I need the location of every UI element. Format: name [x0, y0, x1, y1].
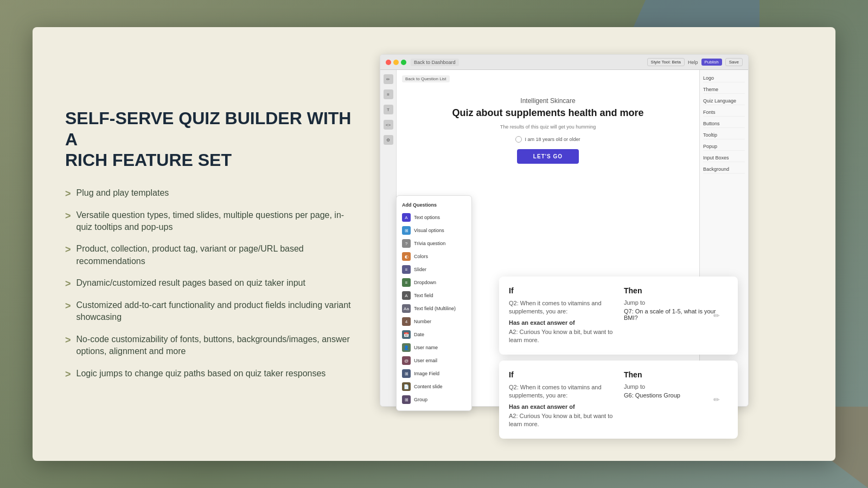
chevron-icon-7: >	[65, 369, 71, 380]
edit-logic-icon-2[interactable]: ✏	[713, 395, 720, 404]
aq-user-name[interactable]: 👤 User name	[397, 341, 471, 354]
feature-text-7: Logic jumps to change quiz paths based o…	[76, 368, 326, 380]
window-controls	[386, 60, 406, 65]
feature-item-6: > No-code customizability of fonts, butt…	[65, 333, 358, 358]
aq-text-field-multiline[interactable]: Aa Text field (Multiline)	[397, 302, 471, 315]
text-field-label: Text field	[414, 293, 433, 298]
aq-colors[interactable]: ◐ Colors	[397, 250, 471, 263]
style-logo[interactable]: Logo	[703, 74, 745, 82]
style-panel: Logo Theme Quiz Language Fonts Buttons T…	[699, 70, 748, 406]
aq-user-email[interactable]: @ User email	[397, 354, 471, 367]
age-checkbox[interactable]	[515, 136, 522, 143]
aq-dropdown[interactable]: ≡ Dropdown	[397, 276, 471, 289]
maximize-btn[interactable]	[401, 60, 406, 65]
exact-answer-label-2: Has an exact answer of	[509, 403, 613, 410]
content-slide-icon: 📄	[402, 382, 411, 391]
lets-go-button[interactable]: LET'S GO	[517, 149, 579, 164]
style-buttons[interactable]: Buttons	[703, 120, 745, 128]
aq-date[interactable]: 📅 Date	[397, 328, 471, 341]
chevron-icon-5: >	[65, 300, 71, 312]
aq-image-field[interactable]: ⊞ Image Field	[397, 367, 471, 380]
code-icon[interactable]: <>	[384, 120, 393, 130]
feature-item-5: > Customized add-to-cart functionality a…	[65, 299, 358, 324]
logic-then-col-2: Then Jump to G6: Questions Group ✏	[624, 370, 728, 429]
feature-text-3: Product, collection, product tag, varian…	[76, 243, 358, 267]
aq-content-slide[interactable]: 📄 Content slide	[397, 380, 471, 393]
group-icon: ⊞	[402, 395, 411, 404]
then-label-1: Then	[624, 286, 728, 295]
logic-row-2: If Q2: When it comes to vitamins and sup…	[509, 370, 728, 429]
left-panel: SELF-SERVE QUIZ BUILDER WITH A RICH FEAT…	[54, 54, 358, 434]
help-link[interactable]: Help	[688, 60, 698, 65]
back-to-dashboard-link[interactable]: Back to Dashboard	[411, 59, 459, 66]
side-icon-bar: ✏ ≡ T <> ⚙	[380, 70, 397, 406]
logic-if-col-1: If Q2: When it comes to vitamins and sup…	[509, 286, 613, 345]
aq-visual-options[interactable]: ⊞ Visual options	[397, 224, 471, 237]
style-fonts[interactable]: Fonts	[703, 108, 745, 117]
aq-trivia[interactable]: ? Trivia question	[397, 237, 471, 250]
feature-text-6: No-code customizability of fonts, button…	[76, 333, 358, 358]
age-checkbox-row: I am 18 years old or older	[515, 136, 580, 143]
quiz-subtitle: The results of this quiz will get you hu…	[500, 124, 596, 130]
publish-button[interactable]: Publish	[701, 59, 722, 66]
quiz-title: Quiz about supplements health and more	[452, 107, 643, 119]
aq-text-options[interactable]: A Text options	[397, 211, 471, 224]
settings-icon[interactable]: ⚙	[384, 135, 393, 145]
dropdown-icon: ≡	[402, 278, 411, 287]
dropdown-label: Dropdown	[414, 280, 436, 285]
logic-card-1: If Q2: When it comes to vitamins and sup…	[499, 277, 738, 355]
visual-options-icon: ⊞	[402, 226, 411, 235]
exact-answer-label-1: Has an exact answer of	[509, 319, 613, 326]
style-tool-button[interactable]: Style Tool: Beta	[647, 58, 685, 66]
aq-number[interactable]: 4 Number	[397, 315, 471, 328]
slider-icon: ≡	[402, 265, 411, 274]
logic-if-col-2: If Q2: When it comes to vitamins and sup…	[509, 370, 613, 429]
number-icon: 4	[402, 317, 411, 326]
jump-to-label-2: Jump to	[624, 383, 728, 390]
minimize-btn[interactable]	[393, 60, 399, 65]
main-title: SELF-SERVE QUIZ BUILDER WITH A RICH FEAT…	[65, 108, 358, 170]
trivia-label: Trivia question	[414, 241, 445, 246]
style-quiz-language[interactable]: Quiz Language	[703, 97, 745, 105]
trivia-icon: ?	[402, 239, 411, 248]
aq-text-field[interactable]: A Text field	[397, 289, 471, 302]
back-to-question-list-btn[interactable]: Back to Question List	[402, 75, 450, 82]
jump-target-2: G6: Questions Group	[624, 392, 728, 399]
user-name-label: User name	[414, 345, 438, 350]
content-slide-label: Content slide	[414, 384, 443, 389]
close-btn[interactable]	[386, 60, 391, 65]
aq-slider[interactable]: ≡ Slider	[397, 263, 471, 276]
feature-item-2: > Versatile question types, timed slides…	[65, 209, 358, 234]
edit-logic-icon-1[interactable]: ✏	[713, 311, 720, 320]
text-options-label: Text options	[414, 215, 440, 220]
style-background[interactable]: Background	[703, 165, 745, 174]
text-icon[interactable]: T	[384, 105, 393, 114]
style-popup[interactable]: Popup	[703, 143, 745, 151]
aq-group[interactable]: ⊞ Group	[397, 393, 471, 406]
questions-icon[interactable]: ≡	[384, 89, 393, 99]
text-field-icon: A	[402, 291, 411, 300]
text-options-icon: A	[402, 213, 411, 222]
feature-text-1: Plug and play templates	[76, 187, 169, 199]
style-tooltip[interactable]: Tooltip	[703, 131, 745, 139]
user-email-icon: @	[402, 356, 411, 365]
style-theme[interactable]: Theme	[703, 86, 745, 94]
edit-icon[interactable]: ✏	[384, 74, 393, 84]
jump-to-label-1: Jump to	[624, 299, 728, 306]
main-card: SELF-SERVE QUIZ BUILDER WITH A RICH FEAT…	[33, 27, 835, 461]
date-label: Date	[414, 332, 424, 337]
feature-text-2: Versatile question types, timed slides, …	[76, 209, 358, 234]
logic-card-2: If Q2: When it comes to vitamins and sup…	[499, 361, 738, 439]
age-label: I am 18 years old or older	[525, 137, 580, 142]
save-button[interactable]: Save	[725, 58, 743, 66]
user-name-icon: 👤	[402, 343, 411, 352]
chevron-icon-1: >	[65, 188, 71, 200]
image-field-icon: ⊞	[402, 369, 411, 378]
colors-icon: ◐	[402, 252, 411, 261]
style-input-boxes[interactable]: Input Boxes	[703, 154, 745, 162]
condition-text-2: Q2: When it comes to vitamins and supple…	[509, 383, 613, 400]
features-list: > Plug and play templates > Versatile qu…	[65, 187, 358, 380]
feature-item-7: > Logic jumps to change quiz paths based…	[65, 368, 358, 380]
text-multiline-icon: Aa	[402, 304, 411, 313]
visual-options-label: Visual options	[414, 228, 444, 233]
